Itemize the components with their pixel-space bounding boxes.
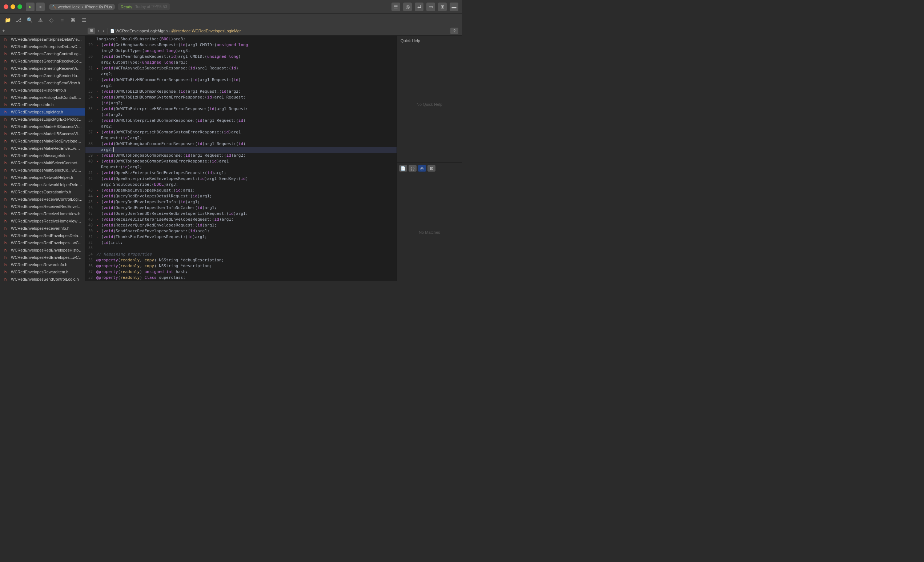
h-file-icon: h	[4, 212, 9, 216]
sidebar-item[interactable]: h WCRedEnvelopesHistoryInfo.h	[0, 87, 85, 94]
sidebar-item[interactable]: h WCRedEnvelopesGreetingReceiveView.h	[0, 65, 85, 72]
code-line: 54 // Remaining properties	[86, 252, 397, 257]
sidebar-item[interactable]: h WCRedEnvelopesGreetingSenderHomeView.h	[0, 72, 85, 79]
code-area[interactable]: long)arg1 ShouldSubscribe:(BOOL)arg3; 29…	[86, 36, 397, 281]
code-line: 40 - (void)OnWCToHongbaoCommonSystemErro…	[86, 159, 397, 164]
breakpoint-icon[interactable]: ◎	[403, 3, 412, 11]
maximize-button[interactable]	[18, 4, 22, 9]
git-icon[interactable]: ⎇	[15, 16, 22, 24]
close-button[interactable]	[4, 4, 8, 9]
build-status: Ready Today at 下午5:53	[118, 3, 170, 10]
code-line: 58 @property(readonly) Class superclass;	[86, 275, 397, 281]
code-line: arg2 ShouldSubscribe:(BOOL)arg3;	[86, 182, 397, 187]
folder-icon[interactable]: 📁	[4, 16, 12, 24]
file-sidebar: h WCRedEnvelopesEnterpriseDetailViewCont…	[0, 36, 86, 281]
right-panel-no-matches: No Matches	[397, 174, 462, 281]
help-icon[interactable]: ?	[450, 28, 458, 34]
h-file-icon: h	[4, 132, 9, 136]
sidebar-item[interactable]: h WCRedEnvelopesLogicMgrExt-Protocol.h	[0, 115, 85, 123]
sidebar-item[interactable]: h WCRedEnvelopesSendControlLogic.h	[0, 276, 85, 281]
sidebar-item[interactable]: h WCRedEnvelopesReceivedRedEnvelopesInfo…	[0, 203, 85, 210]
file-icon-button[interactable]: 📄	[399, 165, 407, 172]
minimize-button[interactable]	[10, 4, 15, 9]
sidebar-item[interactable]: h WCRedEnvelopesGreetingReceiveControlLo…	[0, 57, 85, 65]
search-icon[interactable]: 🔍	[26, 16, 33, 24]
code-line: long)arg1 ShouldSubscribe:(BOOL)arg3;	[86, 36, 397, 42]
right-panel-icon[interactable]: ▬	[450, 3, 458, 11]
bookmark-icon[interactable]: ⌘	[69, 16, 77, 24]
code-line: arg2;	[86, 147, 397, 153]
sidebar-item[interactable]: h WCRedEnvelopesMakeRedEnve...wControlle…	[0, 145, 85, 152]
report-icon[interactable]: ☰	[80, 16, 88, 24]
sidebar-item[interactable]: h WCRedEnvelopesEnterpriseDet...wControl…	[0, 43, 85, 50]
single-pane-icon[interactable]: ▭	[426, 3, 435, 11]
code-line: 33 - (void)OnWCToBizHBCommonResponse:(id…	[86, 89, 397, 94]
split-pane-icon[interactable]: ⊞	[438, 3, 447, 11]
sidebar-item[interactable]: h WCRedEnvelopesReceiveHomeView.h	[0, 210, 85, 217]
sidebar-item[interactable]: h WCRedEnvelopesMultiSelectCo...wControl…	[0, 166, 85, 174]
h-file-icon: h	[4, 52, 9, 56]
code-line: 52 - (id)init;	[86, 240, 397, 246]
sidebar-item[interactable]: h WCRedEnvelopesMakeRedEnvelopesViewCont…	[0, 138, 85, 145]
code-line: 48 - (void)ReceiveBizEnterpriseRedEnvelo…	[86, 217, 397, 222]
sidebar-item[interactable]: h WCRedEnvelopesRedEnvelopes...wControll…	[0, 239, 85, 246]
h-file-icon: h	[4, 183, 9, 187]
sidebar-item[interactable]: h WCRedEnvelopesNetworkHelper.h	[0, 174, 85, 181]
sidebar-item[interactable]: h WCRedEnvelopesRewardInfo.h	[0, 261, 85, 268]
breadcrumb-interface[interactable]: @interface WCRedEnvelopesLogicMgr	[171, 29, 241, 33]
sidebar-item[interactable]: h WCRedEnvelopesMultiSelectContactsViewC…	[0, 159, 85, 166]
h-file-icon: h	[4, 81, 9, 85]
sidebar-item[interactable]: h WCRedEnvelopesMessageInfo.h	[0, 152, 85, 159]
breadcrumb-file[interactable]: WCRedEnvelopesLogicMgr.h	[116, 29, 168, 33]
sidebar-item[interactable]: h WCRedEnvelopesMadeHBSuccessViewDelegat…	[0, 130, 85, 138]
editor-grid-button[interactable]: ⊞	[88, 28, 95, 34]
run-button[interactable]: ▶	[26, 3, 34, 11]
nav-back-button[interactable]: ‹	[96, 28, 100, 33]
nav-forward-button[interactable]: ›	[101, 28, 105, 33]
sidebar-item[interactable]: h WCRedEnvelopesReceiveControlLogic.h	[0, 196, 85, 203]
device-name: iPhone 6s Plus	[86, 5, 112, 9]
sidebar-item[interactable]: h WCRedEnvelopesNetworkHelperDelegate-Pr…	[0, 181, 85, 188]
code-line: 30 - (void)GetYearHongbaoRequest:(id)arg…	[86, 54, 397, 60]
circle-icon-button[interactable]: ◎	[418, 165, 426, 172]
code-line: 29 - (void)GetHongbaoBusinessRequest:(id…	[86, 42, 397, 48]
h-file-icon: h	[4, 197, 9, 201]
h-file-icon: h	[4, 96, 9, 100]
sidebar-item[interactable]: h WCRedEnvelopesOperationInfo.h	[0, 188, 85, 196]
sidebar-item[interactable]: h WCRedEnvelopesRedEnvelopes...wControll…	[0, 254, 85, 261]
code-line: (id)arg2;	[86, 100, 397, 106]
right-panel-toggle-buttons: ?	[450, 28, 460, 34]
code-icon-button[interactable]: { }	[409, 165, 417, 172]
code-line: 51 - (void)ThanksForRedEnvelopesRequest:…	[86, 234, 397, 240]
sidebar-item[interactable]: h WCRedEnvelopesHistoryListControlLogic.…	[0, 94, 85, 101]
swap-icon[interactable]: ⇄	[415, 3, 423, 11]
sidebar-item[interactable]: h WCRedEnvelopesReceiverInfo.h	[0, 225, 85, 232]
sidebar-item[interactable]: h WCRedEnvelopesRedEnvelopesDetailViewCo…	[0, 232, 85, 239]
sidebar-item[interactable]: h WCRedEnvelopesRewardItem.h	[0, 268, 85, 276]
panel-toggle-button[interactable]: ☰	[392, 3, 400, 11]
add-file-button[interactable]: +	[2, 28, 5, 33]
code-line: 39 - (void)OnWCToHongbaoCommonResponse:(…	[86, 153, 397, 159]
layout-icon-button[interactable]: ⊡	[428, 165, 435, 172]
sidebar-item[interactable]: h WCRedEnvelopesReceiveHomeViewDelegate-…	[0, 217, 85, 225]
test-icon[interactable]: ◇	[47, 16, 55, 24]
code-line: )arg2 OutputType:(unsigned long)arg3;	[86, 48, 397, 54]
sidebar-item[interactable]: h WCRedEnvelopesGreetingSendView.h	[0, 79, 85, 87]
h-file-icon: h	[4, 88, 9, 92]
sidebar-item[interactable]: h WCRedEnvelopesMadeHBSuccessView.h	[0, 123, 85, 130]
code-line: Request:(id)arg2;	[86, 164, 397, 170]
sidebar-item[interactable]: h WCRedEnvelopesEnterpriseDetailViewCont…	[0, 36, 85, 43]
h-file-icon: h	[4, 190, 9, 194]
h-file-icon: h	[4, 226, 9, 231]
code-line: 49 - (void)ReceiverQueryRedEnvelopesRequ…	[86, 222, 397, 228]
debug-icon[interactable]: ≡	[58, 16, 66, 24]
scheme-selector[interactable]: 🔨 wechatHack › iPhone 6s Plus	[49, 4, 115, 10]
stop-button[interactable]: ■	[36, 3, 45, 11]
sidebar-item[interactable]: h WCRedEnvelopesGreetingControlLogic.h	[0, 50, 85, 57]
sidebar-item[interactable]: h WCRedEnvelopesRedEnvelopesHistoryListV…	[0, 246, 85, 254]
warning-icon[interactable]: ⚠	[36, 16, 44, 24]
sidebar-item-selected[interactable]: h WCRedEnvelopesLogicMgr.h	[0, 108, 85, 115]
sidebar-item[interactable]: h WCRedEnvelopesInfo.h	[0, 101, 85, 108]
h-file-icon: h	[4, 59, 9, 63]
code-line: 56 @property(readonly, copy) NSString *d…	[86, 263, 397, 269]
